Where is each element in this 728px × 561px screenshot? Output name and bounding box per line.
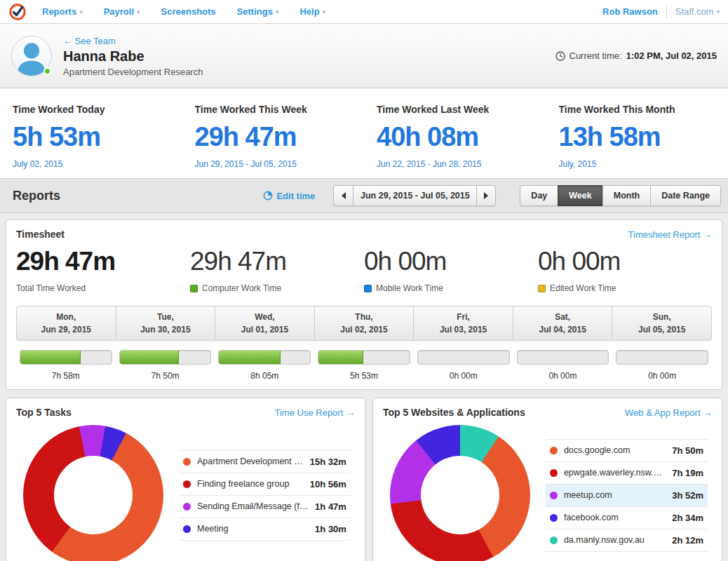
day-bar	[116, 350, 215, 365]
menu-label: Screenshots	[161, 6, 216, 17]
clock-icon	[555, 51, 565, 61]
day-bar	[414, 350, 513, 365]
mobile-time-swatch-icon	[364, 285, 372, 292]
series-dot-icon	[183, 503, 191, 511]
menu-settings[interactable]: Settings ▾	[237, 6, 279, 17]
menu-label: Reports	[42, 6, 76, 17]
top-nav: Reports ▾ Payroll ▾ Screenshots Settings…	[0, 0, 728, 24]
summary-value: 29h 47m	[190, 247, 364, 276]
view-month-button[interactable]: Month	[602, 185, 650, 206]
stat-value: 13h 58m	[559, 122, 728, 152]
edited-time-swatch-icon	[538, 285, 546, 292]
staffcom-logo-icon[interactable]	[8, 3, 27, 21]
legend-row[interactable]: epwgate.waverley.nsw.gov.au 7h 19m	[546, 462, 708, 485]
legend-row[interactable]: facebook.com 2h 34m	[546, 507, 708, 529]
summary-label: Edited Work Time	[538, 283, 712, 293]
series-dot-icon	[550, 536, 558, 544]
date-range-button[interactable]: Jun 29, 2015 - Jul 05, 2015	[353, 185, 476, 206]
day-bar	[513, 350, 613, 365]
stat-period: Jun 22, 2015 - Jun 28, 2015	[377, 159, 546, 169]
user-info: ← See Team Hanna Rabe Apartment Developm…	[63, 34, 203, 77]
day-time-label: 0h 00m	[612, 371, 712, 381]
edit-time-label: Edit time	[276, 191, 315, 201]
day-time-label: 0h 00m	[513, 371, 613, 381]
current-time-value: 1:02 PM, Jul 02, 2015	[626, 50, 717, 61]
stat-period: Jun 29, 2015 - Jul 05, 2015	[195, 159, 365, 169]
menu-label: Settings	[237, 6, 273, 17]
legend-row[interactable]: da.manly.nsw.gov.au 2h 12m	[546, 529, 708, 552]
day-header-tue[interactable]: Tue,Jun 30, 2015	[116, 306, 216, 340]
menu-label: Help	[299, 6, 319, 17]
series-dot-icon	[550, 447, 558, 454]
legend-row[interactable]: docs.google.com 7h 50m	[546, 439, 708, 462]
legend-row-highlighted[interactable]: meetup.com 3h 52m	[546, 485, 708, 507]
time-summary-row: Time Worked Today 5h 53m July 02, 2015 T…	[0, 88, 728, 178]
view-date-range-button[interactable]: Date Range	[650, 185, 721, 206]
menu-help[interactable]: Help ▾	[299, 6, 325, 17]
view-week-button[interactable]: Week	[558, 185, 602, 206]
time-pie-icon	[263, 191, 273, 201]
day-header-mon[interactable]: Mon,Jun 29, 2015	[17, 306, 116, 340]
day-time-label: 8h 05m	[215, 371, 314, 381]
stat-last-week: Time Worked Last Week 40h 08m Jun 22, 20…	[364, 88, 546, 178]
reports-toolbar: Reports Edit time Jun 29, 2015 - Jul 05,…	[0, 178, 728, 213]
day-time-label: 7h 58m	[16, 371, 116, 381]
page-title: Hanna Rabe	[63, 48, 203, 65]
series-dot-icon	[183, 458, 191, 466]
prev-week-button[interactable]	[333, 185, 353, 206]
view-switcher: Day Week Month Date Range	[520, 185, 721, 206]
chevron-down-icon: ▾	[716, 8, 720, 15]
webapps-donut-chart[interactable]	[390, 425, 530, 561]
day-time-label: 7h 50m	[116, 371, 215, 381]
day-bar	[16, 350, 116, 365]
stat-value: 5h 53m	[13, 122, 182, 152]
menu-payroll[interactable]: Payroll ▾	[104, 6, 140, 17]
top-tasks-panel: Top 5 Tasks Time Use Report → Apartment …	[6, 398, 365, 561]
view-day-button[interactable]: Day	[520, 185, 558, 206]
day-times-row: 7h 58m 7h 50m 8h 05m 5h 53m 0h 00m 0h 00…	[16, 371, 712, 381]
nav-divider	[666, 6, 667, 18]
day-header-thu[interactable]: Thu,Jul 02, 2015	[315, 306, 414, 340]
avatar	[11, 36, 52, 76]
legend-row[interactable]: Meeting 1h 30m	[179, 518, 351, 541]
menu-reports[interactable]: Reports ▾	[42, 6, 83, 17]
menu-screenshots[interactable]: Screenshots	[161, 6, 216, 17]
day-time-label: 0h 00m	[414, 371, 513, 381]
tasks-panel-title: Top 5 Tasks	[16, 407, 72, 418]
stat-today: Time Worked Today 5h 53m July 02, 2015	[0, 88, 182, 178]
web-app-report-link[interactable]: Web & App Report →	[625, 407, 712, 418]
date-navigator: Jun 29, 2015 - Jul 05, 2015	[333, 185, 496, 206]
legend-row[interactable]: Sending Email/Message (freel... 1h 47m	[179, 496, 351, 518]
chevron-down-icon: ▾	[137, 8, 140, 15]
day-header-wed[interactable]: Wed,Jul 01, 2015	[215, 306, 315, 340]
time-use-report-link[interactable]: Time Use Report →	[275, 407, 355, 418]
brand-menu[interactable]: Staff.com ▾	[675, 6, 720, 17]
chevron-down-icon: ▾	[79, 8, 83, 15]
current-user-link[interactable]: Rob Rawson	[602, 6, 658, 17]
day-header-row: Mon,Jun 29, 2015 Tue,Jun 30, 2015 Wed,Ju…	[16, 306, 712, 341]
user-subtitle: Apartment Development Research	[63, 67, 203, 77]
chevron-right-icon	[484, 192, 488, 199]
see-team-link[interactable]: ← See Team	[63, 36, 116, 46]
next-week-button[interactable]	[476, 185, 496, 206]
total-time-summary: 29h 47m Total Time Worked	[16, 247, 190, 293]
stat-title: Time Worked Last Week	[377, 104, 546, 115]
chevron-down-icon: ▾	[323, 8, 326, 15]
main-content: Timesheet Timesheet Report → 29h 47m Tot…	[0, 213, 728, 561]
section-title: Reports	[13, 189, 60, 203]
top-webapps-panel: Top 5 Websites & Applications Web & App …	[372, 398, 722, 561]
tasks-donut-chart[interactable]	[23, 425, 163, 561]
stat-title: Time Worked Today	[13, 104, 182, 115]
series-dot-icon	[550, 469, 558, 477]
edit-time-button[interactable]: Edit time	[263, 191, 315, 201]
brand-label: Staff.com	[675, 6, 714, 17]
legend-row[interactable]: Finding freelance group 10h 56m	[179, 473, 351, 496]
stat-period: July 02, 2015	[13, 159, 182, 169]
day-header-fri[interactable]: Fri,Jul 03, 2015	[414, 306, 513, 340]
day-header-sun[interactable]: Sun,Jul 05, 2015	[612, 306, 711, 340]
timesheet-report-link[interactable]: Timesheet Report →	[628, 229, 712, 240]
day-header-sat[interactable]: Sat,Jul 04, 2015	[513, 306, 613, 340]
tasks-legend: Apartment Development Rese... 15h 32m Fi…	[179, 450, 351, 541]
nav-right: Rob Rawson Staff.com ▾	[602, 6, 720, 18]
legend-row[interactable]: Apartment Development Rese... 15h 32m	[179, 450, 351, 473]
